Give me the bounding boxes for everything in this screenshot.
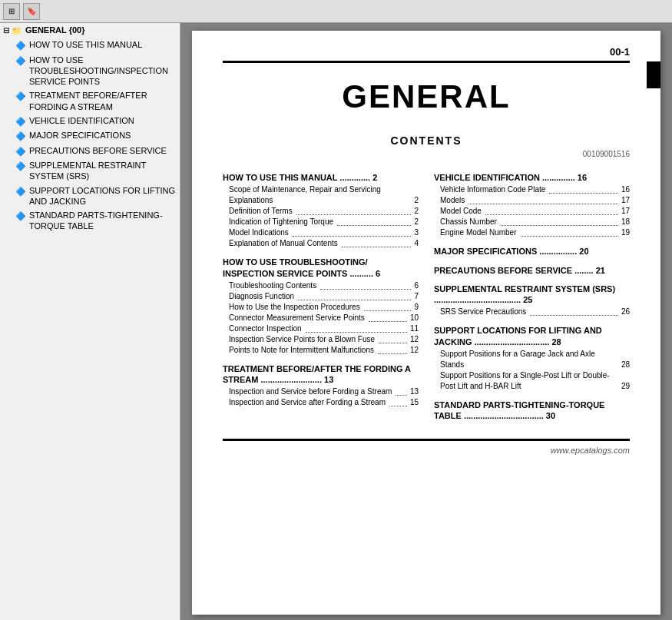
- contents-code: 00109001516: [223, 150, 630, 158]
- toc-page-ref: 13: [410, 386, 419, 397]
- toc-dots: [379, 334, 407, 343]
- sidebar-item-standard-parts[interactable]: 🔷 STANDARD PARTS-TIGHTENING-TORQUE TABLE: [0, 208, 180, 234]
- page-icon-4: 🔷: [15, 116, 26, 127]
- toc-item: Diagnosis Function 7: [223, 291, 419, 302]
- toolbar: ⊞ 🔖: [0, 0, 672, 23]
- toc-section-4-title: VEHICLE IDENTIFICATION .............. 16: [434, 172, 630, 183]
- sidebar-label-7: SUPPLEMENTAL RESTRAINT SYSTEM (SRS): [29, 160, 177, 182]
- toc-page-ref: 12: [410, 345, 419, 356]
- toc-section-7-title: SUPPLEMENTAL RESTRAINT SYSTEM (SRS) ....…: [434, 283, 630, 306]
- toc-dots: [378, 345, 407, 354]
- sidebar-item-support-locations[interactable]: 🔷 SUPPORT LOCATIONS FOR LIFTING AND JACK…: [0, 184, 180, 209]
- toc-dots: [369, 313, 407, 322]
- toc-section-3-title: TREATMENT BEFORE/AFTER THE FORDING A STR…: [223, 363, 419, 386]
- sidebar-item-treatment[interactable]: 🔷 TREATMENT BEFORE/AFTER FORDING A STREA…: [0, 88, 180, 114]
- toc-page-ref: 18: [621, 217, 630, 227]
- page-number: 00-1: [223, 46, 630, 63]
- toc-dots: [501, 217, 618, 226]
- toc-item: Scope of Maintenance, Repair and Servici…: [223, 184, 419, 206]
- toc-item: Model Code 17: [434, 206, 630, 217]
- toc-page-ref: 11: [410, 323, 419, 334]
- toc-dots: [337, 217, 411, 226]
- toc-item: Explanation of Manual Contents 4: [223, 238, 419, 249]
- toc-item: Troubleshooting Contents 6: [223, 280, 419, 291]
- toc-page-ref: 12: [410, 334, 419, 345]
- toc-page-ref: 7: [414, 291, 419, 302]
- toc-page-ref: 17: [621, 195, 630, 206]
- toc-page-ref: 29: [621, 381, 630, 392]
- toc-section-5-title: MAJOR SPECIFICATIONS ................ 20: [434, 246, 630, 257]
- toc-item: Inspection and Service after Fording a S…: [223, 397, 419, 408]
- sidebar-root-label: GENERAL {00}: [25, 25, 177, 35]
- toc-item: Inspection and Service before Fording a …: [223, 386, 419, 397]
- toc-page-ref: 15: [410, 397, 419, 408]
- toc-item: Inspection Service Points for a Blown Fu…: [223, 334, 419, 345]
- collapse-icon: ⊟: [3, 25, 9, 35]
- sidebar-item-major-specs[interactable]: 🔷 MAJOR SPECIFICATIONS: [0, 128, 180, 143]
- toc-left-col: HOW TO USE THIS MANUAL ............. 2 S…: [223, 164, 419, 423]
- page-icon-8: 🔷: [15, 186, 26, 197]
- bottom-divider: [223, 439, 630, 441]
- toc-item: Definition of Terms 2: [223, 206, 419, 217]
- toc-item: Engine Model Number 19: [434, 227, 630, 238]
- sidebar-item-how-to-use[interactable]: 🔷 HOW TO USE THIS MANUAL: [0, 38, 180, 52]
- toc-page-ref: 26: [621, 307, 630, 317]
- toc-section-2-title: HOW TO USE TROUBLESHOOTING/INSPECTION SE…: [223, 257, 419, 279]
- toc-page-ref: 6: [414, 280, 419, 291]
- toc-item: Support Positions for a Single-Post Lift…: [434, 370, 630, 392]
- app-container: ⊞ 🔖 ⊟ 📁 GENERAL {00} 🔷 HOW TO USE THIS M…: [0, 0, 672, 620]
- toc-page-ref: 10: [410, 313, 419, 323]
- page-icon-2: 🔷: [15, 55, 26, 66]
- sidebar-item-vehicle-id[interactable]: 🔷 VEHICLE IDENTIFICATION: [0, 114, 180, 128]
- toc-dots: [530, 307, 618, 316]
- content-area: 00-1 GENERAL CONTENTS 00109001516 HOW TO…: [180, 23, 672, 620]
- sidebar-label-5: MAJOR SPECIFICATIONS: [29, 130, 177, 141]
- sidebar-item-precautions[interactable]: 🔷 PRECAUTIONS BEFORE SERVICE: [0, 144, 180, 158]
- toc-dots: [296, 206, 412, 215]
- toc-page-ref: 2: [414, 206, 419, 217]
- sidebar-item-troubleshooting[interactable]: 🔷 HOW TO USE TROUBLESHOOTING/INSPECTION …: [0, 53, 180, 89]
- toc-dots: [549, 184, 618, 194]
- toc-item: SRS Service Precautions 26: [434, 307, 630, 317]
- toc-section-1-title: HOW TO USE THIS MANUAL ............. 2: [223, 172, 419, 183]
- toc-item: Connector Measurement Service Points 10: [223, 313, 419, 323]
- page-icon-3: 🔷: [15, 91, 26, 101]
- toc-item: Connector Inspection 11: [223, 323, 419, 334]
- toc-item: Model Indications 3: [223, 227, 419, 238]
- toc-page-ref: 9: [414, 302, 419, 313]
- sidebar-label-1: HOW TO USE THIS MANUAL: [29, 39, 177, 50]
- bookmark-icon[interactable]: 🔖: [23, 3, 40, 20]
- sidebar-root[interactable]: ⊟ 📁 GENERAL {00}: [0, 23, 180, 38]
- page-icon-6: 🔷: [15, 146, 26, 157]
- toc-right-col: VEHICLE IDENTIFICATION .............. 16…: [434, 164, 630, 423]
- toc-page-ref: 17: [621, 206, 630, 217]
- main-area: ⊟ 📁 GENERAL {00} 🔷 HOW TO USE THIS MANUA…: [0, 23, 672, 620]
- toc-item: Models 17: [434, 195, 630, 206]
- sidebar-label-9: STANDARD PARTS-TIGHTENING-TORQUE TABLE: [29, 210, 177, 232]
- sidebar-label-8: SUPPORT LOCATIONS FOR LIFTING AND JACKIN…: [29, 185, 177, 207]
- sidebar-label-4: VEHICLE IDENTIFICATION: [29, 115, 177, 126]
- toc-page-ref: 19: [621, 227, 630, 238]
- toc-columns: HOW TO USE THIS MANUAL ............. 2 S…: [223, 164, 630, 423]
- contents-title: CONTENTS: [223, 134, 630, 147]
- sidebar-item-srs[interactable]: 🔷 SUPPLEMENTAL RESTRAINT SYSTEM (SRS): [0, 158, 180, 184]
- sidebar-label-6: PRECAUTIONS BEFORE SERVICE: [29, 145, 177, 156]
- grid-icon[interactable]: ⊞: [3, 3, 20, 20]
- toc-dots: [468, 195, 618, 204]
- page-title: GENERAL: [223, 78, 630, 115]
- document-page: 00-1 GENERAL CONTENTS 00109001516 HOW TO…: [192, 31, 660, 615]
- toc-page-ref: 28: [621, 360, 630, 370]
- toc-page-ref: 2: [414, 195, 419, 206]
- toc-item: Vehicle Information Code Plate 16: [434, 184, 630, 195]
- toc-item: Support Positions for a Garage Jack and …: [434, 349, 630, 370]
- toc-dots: [342, 238, 412, 247]
- toc-dots: [485, 206, 618, 215]
- toc-dots: [396, 386, 407, 396]
- toc-dots: [306, 323, 407, 333]
- toc-dots: [320, 280, 411, 290]
- sidebar: ⊟ 📁 GENERAL {00} 🔷 HOW TO USE THIS MANUA…: [0, 23, 180, 620]
- toc-section-9-title: STANDARD PARTS-TIGHTENING-TORQUE TABLE .…: [434, 400, 630, 422]
- folder-icon: 📁: [12, 25, 22, 36]
- toc-dots: [298, 291, 411, 300]
- toc-section-8-title: SUPPORT LOCATIONS FOR LIFTING AND JACKIN…: [434, 325, 630, 347]
